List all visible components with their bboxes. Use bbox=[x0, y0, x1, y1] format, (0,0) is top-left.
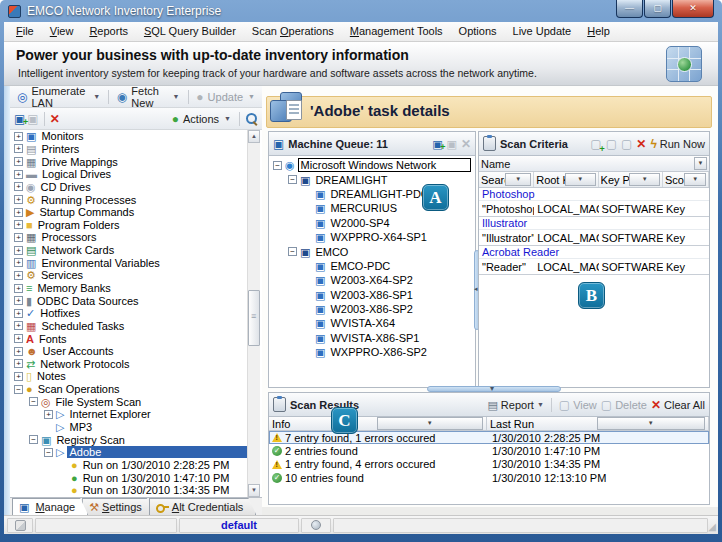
filter-column-0[interactable]: Search ...▼ bbox=[479, 172, 534, 187]
tree-item-internet-explorer[interactable]: +▷Internet Explorer bbox=[10, 408, 248, 421]
expand-icon[interactable]: + bbox=[14, 372, 23, 381]
edit-criteria-icon[interactable]: ▢ bbox=[606, 137, 617, 151]
menu-item-file[interactable]: File bbox=[8, 22, 42, 41]
menu-item-view[interactable]: View bbox=[42, 22, 82, 41]
filter-column-1[interactable]: Root Key(s)▼ bbox=[534, 172, 598, 187]
expand-icon[interactable]: + bbox=[14, 132, 23, 141]
expand-icon[interactable]: + bbox=[14, 208, 23, 217]
machine-item-wxppro-x86-sp2[interactable]: ▣WXPPRO-X86-SP2 bbox=[269, 345, 475, 359]
tree-item-registry-scan[interactable]: −▣Registry Scan bbox=[10, 433, 248, 446]
expand-icon[interactable]: + bbox=[14, 182, 23, 191]
expand-icon[interactable]: + bbox=[14, 144, 23, 153]
delete-icon[interactable]: ✕ bbox=[50, 112, 60, 126]
tree-item-run-on-1-30-2010-2-28-25-pm[interactable]: ●Run on 1/30/2010 2:28:25 PM bbox=[10, 459, 248, 472]
close-queue-icon[interactable]: ✕ bbox=[461, 137, 471, 151]
tree-scrollbar[interactable]: ▲ ▼ bbox=[247, 130, 260, 497]
tree-item-drive-mappings[interactable]: +▦Drive Mappings bbox=[10, 155, 248, 168]
last-run-column-header[interactable]: Last Run ▼ bbox=[487, 417, 709, 430]
expand-icon[interactable]: + bbox=[14, 347, 23, 356]
fetch-new-button[interactable]: ◉ Fetch New ▼ bbox=[114, 84, 183, 110]
criteria-row[interactable]: "Reader"LOCAL_MACH...SOFTWAREKey bbox=[479, 259, 709, 275]
expand-icon[interactable]: + bbox=[14, 195, 23, 204]
scroll-thumb[interactable] bbox=[248, 290, 260, 346]
minimize-button[interactable]: — bbox=[616, 0, 643, 18]
expand-icon[interactable]: + bbox=[14, 233, 23, 242]
criteria-group-row[interactable]: Photoshop bbox=[479, 188, 709, 201]
add-machine-icon[interactable]: ▣ bbox=[432, 138, 442, 150]
tree-item-scheduled-tasks[interactable]: +▦Scheduled Tasks bbox=[10, 320, 248, 333]
collapse-icon[interactable]: − bbox=[14, 385, 23, 394]
chevron-down-icon[interactable]: ▼ bbox=[694, 157, 707, 170]
copy-criteria-icon[interactable]: ▢ bbox=[621, 137, 632, 151]
expand-icon[interactable]: + bbox=[14, 334, 23, 343]
info-column-header[interactable]: Info ▼ bbox=[269, 417, 487, 430]
collapse-icon[interactable]: − bbox=[273, 161, 282, 170]
tree-item-adobe[interactable]: −▷Adobe bbox=[10, 446, 248, 459]
menu-item-reports[interactable]: Reports bbox=[81, 22, 136, 41]
menu-item-options[interactable]: Options bbox=[451, 22, 505, 41]
menu-item-sql-query-builder[interactable]: SQL Query Builder bbox=[136, 22, 244, 41]
filter-column-2[interactable]: Key Path▼ bbox=[599, 172, 663, 187]
chevron-down-icon[interactable]: ▼ bbox=[377, 417, 484, 430]
delete-button[interactable]: ▢ Delete bbox=[601, 398, 647, 412]
maximize-button[interactable]: ▢ bbox=[644, 0, 671, 18]
result-row[interactable]: ✓2 entries found1/30/2010 1:47:10 PM bbox=[269, 444, 709, 457]
tree-item-run-on-1-30-2010-1-34-35-pm[interactable]: ●Run on 1/30/2010 1:34:35 PM bbox=[10, 484, 248, 497]
expand-icon[interactable]: + bbox=[14, 170, 23, 179]
machine-item-microsoft-windows-network[interactable]: −◉Microsoft Windows Network bbox=[269, 158, 475, 172]
tree-item-fonts[interactable]: +AFonts bbox=[10, 332, 248, 345]
chevron-down-icon[interactable]: ▼ bbox=[629, 173, 660, 186]
criteria-group-row[interactable]: Illustrator bbox=[479, 217, 709, 230]
expand-icon[interactable]: + bbox=[14, 321, 23, 330]
menu-item-management-tools[interactable]: Management Tools bbox=[342, 22, 451, 41]
collapse-icon[interactable]: − bbox=[44, 448, 53, 457]
machine-icon[interactable]: ▣ bbox=[447, 138, 457, 150]
tree-item-processors[interactable]: +▦Processors bbox=[10, 231, 248, 244]
resize-grip[interactable]: ◢ bbox=[708, 521, 716, 532]
tree-item-scan-operations[interactable]: −●Scan Operations bbox=[10, 383, 248, 396]
menu-item-scan-operations[interactable]: Scan Operations bbox=[244, 22, 342, 41]
close-button[interactable]: ✕ bbox=[672, 0, 714, 18]
machine-item-w2003-x86-sp1[interactable]: ▣W2003-X86-SP1 bbox=[269, 288, 475, 302]
update-button[interactable]: ● Update ▼ bbox=[193, 90, 258, 104]
criteria-row[interactable]: "Illustrator"LOCAL_MACH...SOFTWAREKey bbox=[479, 230, 709, 246]
scroll-down-icon[interactable]: ▼ bbox=[248, 484, 260, 497]
expand-icon[interactable]: + bbox=[14, 296, 23, 305]
tree-item-file-system-scan[interactable]: −◎File System Scan bbox=[10, 395, 248, 408]
report-button[interactable]: ▤ Report ▼ bbox=[487, 399, 543, 411]
tree-item-hotfixes[interactable]: +✓Hotfixes bbox=[10, 307, 248, 320]
tree-item-odbc-data-sources[interactable]: +▮ODBC Data Sources bbox=[10, 294, 248, 307]
machine-item-wvista-x86-sp1[interactable]: ▣WVISTA-X86-SP1 bbox=[269, 331, 475, 345]
collapse-icon[interactable]: − bbox=[29, 435, 38, 444]
tree-item-startup-commands[interactable]: +▶Startup Commands bbox=[10, 206, 248, 219]
machine-item-wvista-x64[interactable]: ▣WVISTA-X64 bbox=[269, 316, 475, 330]
tree-item-memory-banks[interactable]: +≡Memory Banks bbox=[10, 282, 248, 295]
machine-item-w2000-sp4[interactable]: ▣W2000-SP4 bbox=[269, 216, 475, 230]
expand-icon[interactable]: + bbox=[14, 284, 23, 293]
run-now-button[interactable]: ϟ Run Now bbox=[650, 137, 705, 151]
expand-icon[interactable]: + bbox=[44, 410, 53, 419]
tree-item-logical-drives[interactable]: +▬Logical Drives bbox=[10, 168, 248, 181]
criteria-row[interactable]: "Photoshop"LOCAL_MACH...SOFTWAREKey bbox=[479, 201, 709, 217]
machine-item-w2003-x64-sp2[interactable]: ▣W2003-X64-SP2 bbox=[269, 273, 475, 287]
tab-manage[interactable]: ▣Manage bbox=[12, 498, 88, 515]
expand-icon[interactable]: + bbox=[14, 246, 23, 255]
tree-item-network-cards[interactable]: +▤Network Cards bbox=[10, 244, 248, 257]
tree-item-program-folders[interactable]: +■Program Folders bbox=[10, 218, 248, 231]
enumerate-lan-button[interactable]: ◎ Enumerate LAN ▼ bbox=[14, 84, 103, 110]
menu-item-help[interactable]: Help bbox=[579, 22, 618, 41]
tree-item-mp3[interactable]: ▷MP3 bbox=[10, 421, 248, 434]
clear-all-button[interactable]: ✕ Clear All bbox=[651, 398, 705, 412]
title-bar[interactable]: EMCO Network Inventory Enterprise bbox=[0, 0, 722, 22]
machine-item-w2003-x86-sp2[interactable]: ▣W2003-X86-SP2 bbox=[269, 302, 475, 316]
expand-icon[interactable]: + bbox=[14, 258, 23, 267]
menu-item-live-update[interactable]: Live Update bbox=[505, 22, 580, 41]
collapse-icon[interactable]: − bbox=[288, 175, 297, 184]
remove-machine-icon[interactable]: ▣ bbox=[27, 113, 38, 125]
view-button[interactable]: ▢ View bbox=[559, 398, 597, 412]
criteria-name-header[interactable]: Name ▼ bbox=[479, 156, 709, 172]
tree-item-notes[interactable]: +▯Notes bbox=[10, 370, 248, 383]
tab-settings[interactable]: ⚒Settings bbox=[82, 498, 155, 515]
expand-icon[interactable]: + bbox=[14, 309, 23, 318]
criteria-group-row[interactable]: Acrobat Reader bbox=[479, 246, 709, 259]
